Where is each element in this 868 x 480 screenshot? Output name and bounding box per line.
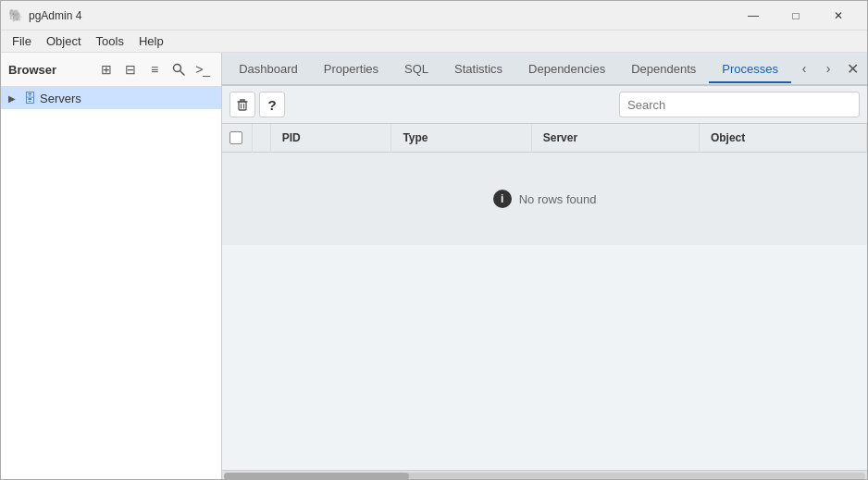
svg-rect-2 [239,102,246,110]
processes-table: PID Type Server Object [222,124,867,153]
tree-item-servers[interactable]: ▶ 🗄 Servers [1,87,221,109]
close-button[interactable]: ✕ [817,1,860,31]
main-layout: Browser ⊞ ⊟ ≡ >_ ▶ 🗄 Servers [1,53,867,480]
title-bar: 🐘 pgAdmin 4 — □ ✕ [1,1,867,31]
help-button[interactable]: ? [259,92,285,117]
tab-next-btn[interactable]: › [817,57,839,80]
sidebar-terminal-btn[interactable]: >_ [192,58,214,80]
maximize-button[interactable]: □ [775,1,817,31]
sidebar-header: Browser ⊞ ⊟ ≡ >_ [1,53,221,87]
svg-line-1 [180,71,185,76]
no-rows-area: i No rows found [222,153,867,245]
sidebar-list-btn[interactable]: ≡ [143,58,166,80]
tree-arrow-servers: ▶ [8,93,19,104]
select-all-checkbox[interactable] [229,131,242,144]
header-type: Type [391,124,531,153]
horizontal-scrollbar[interactable] [222,470,867,480]
tab-prev-btn[interactable]: ‹ [793,57,815,80]
tree-label-servers: Servers [40,92,81,105]
right-panel: Dashboard Properties SQL Statistics Depe… [222,53,867,480]
app-title: pgAdmin 4 [29,9,732,22]
tab-sql[interactable]: SQL [391,56,441,83]
header-color [252,124,270,153]
menu-tools[interactable]: Tools [89,32,131,50]
header-server: Server [531,124,699,153]
menu-object[interactable]: Object [39,32,89,50]
tab-properties[interactable]: Properties [311,56,391,83]
processes-toolbar: ? [222,86,867,124]
sidebar-search-btn[interactable] [167,58,190,80]
minimize-button[interactable]: — [732,1,775,31]
header-object: Object [699,124,866,153]
tab-dashboard[interactable]: Dashboard [226,56,311,83]
search-input[interactable] [619,92,860,117]
no-rows-message: No rows found [519,192,597,206]
app-icon: 🐘 [8,8,23,23]
sidebar-title: Browser [8,63,95,77]
menu-help[interactable]: Help [131,32,171,50]
tab-dependents[interactable]: Dependents [618,56,709,83]
scroll-track[interactable] [224,473,865,480]
processes-table-area: PID Type Server Object i No rows found [222,124,867,470]
sidebar-tree: ▶ 🗄 Servers [1,87,221,480]
tab-close-btn[interactable]: ✕ [841,57,863,80]
menu-file[interactable]: File [5,32,39,50]
sidebar-table-btn[interactable]: ⊟ [119,58,142,80]
window-controls: — □ ✕ [732,1,860,31]
menu-bar: File Object Tools Help [1,31,867,53]
delete-button[interactable] [229,92,255,117]
tabs-bar: Dashboard Properties SQL Statistics Depe… [222,53,867,86]
scroll-thumb[interactable] [224,473,409,480]
tab-processes[interactable]: Processes [709,56,791,83]
header-checkbox [222,124,252,153]
table-header: PID Type Server Object [222,124,866,153]
sidebar-tools: ⊞ ⊟ ≡ >_ [95,58,214,80]
header-pid: PID [270,124,391,153]
tab-dependencies[interactable]: Dependencies [515,56,618,83]
server-icon: 🗄 [23,91,36,105]
info-icon: i [493,190,512,208]
sidebar: Browser ⊞ ⊟ ≡ >_ ▶ 🗄 Servers [1,53,222,480]
tab-statistics[interactable]: Statistics [441,56,515,83]
sidebar-grid-btn[interactable]: ⊞ [95,58,118,80]
